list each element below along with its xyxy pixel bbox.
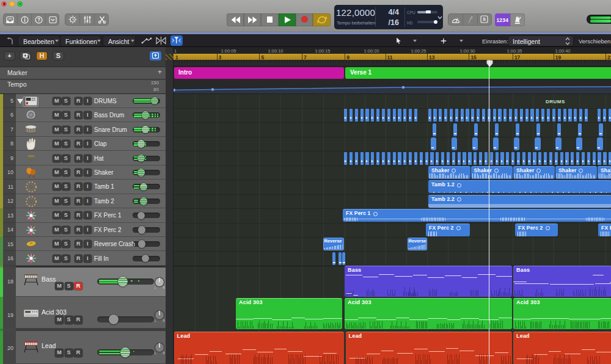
svg-text:R: R — [163, 286, 165, 289]
svg-text:?: ? — [37, 16, 40, 23]
svg-text:R: R — [163, 352, 165, 355]
svg-text:S: S — [483, 16, 486, 22]
svg-text:R: R — [163, 319, 165, 322]
svg-text:L: L — [155, 319, 156, 322]
svg-text:L: L — [155, 352, 156, 355]
svg-text:L: L — [155, 286, 156, 289]
